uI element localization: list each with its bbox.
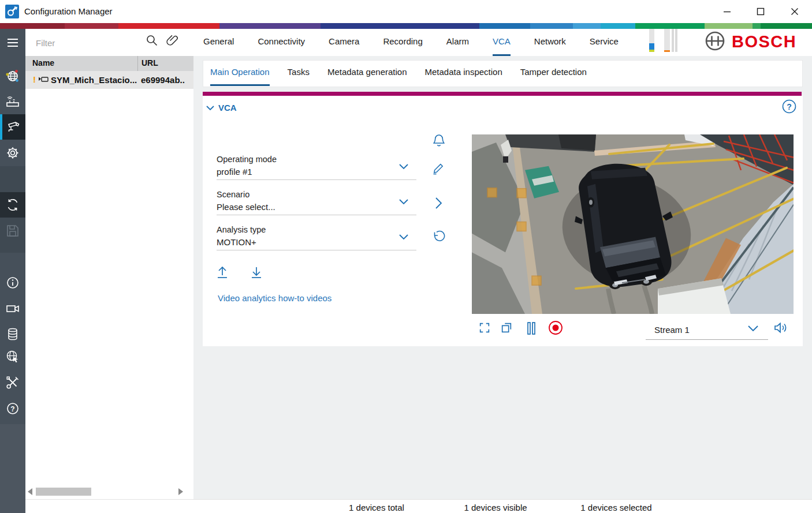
arrow-right-icon[interactable] [433,196,445,210]
tab-camera[interactable]: Camera [329,29,359,56]
vca-subtabs: Main Operation Tasks Metadata generation… [210,60,605,86]
rail-bottom-section [0,424,25,513]
scroll-left-icon[interactable] [28,488,32,495]
save-icon [0,218,25,244]
filter-input[interactable] [35,35,138,50]
duplicate-icon[interactable] [500,321,513,334]
chevron-down-icon[interactable] [398,198,409,206]
tools-icon[interactable] [0,370,25,395]
meter-bar [675,29,677,52]
field-underline [217,250,416,250]
minimize-button[interactable] [714,5,740,18]
camera-icon[interactable] [0,114,25,140]
field-underline [217,179,416,180]
network-meter [664,29,670,52]
tab-vca[interactable]: VCA [493,29,511,56]
device-camera-icon [38,76,49,84]
device-name: SYM_Mich_Estacio... [51,75,137,85]
menu-icon[interactable] [0,30,25,55]
status-devices-selected: 1 devices selected [580,503,651,512]
status-devices-visible: 1 devices visible [464,503,527,512]
status-bar [25,499,812,513]
tab-recording[interactable]: Recording [383,29,422,56]
configuration-manager-window: Configuration Manager [0,0,812,513]
subtab-metadata-generation[interactable]: Metadata generation [327,60,407,86]
status-devices-total: 1 devices total [349,503,404,512]
scenario-label: Scenario [217,190,416,199]
bosch-supergraphic-stripe [0,23,812,29]
speaker-icon[interactable] [773,320,789,335]
search-icon[interactable] [144,33,159,48]
tab-connectivity[interactable]: Connectivity [258,29,305,56]
svg-text:?: ? [10,405,14,413]
bosch-symbol-icon [705,31,725,51]
tab-service[interactable]: Service [590,29,619,56]
main-tabs: General Connectivity Camera Recording Al… [203,29,642,56]
help-icon[interactable]: ? [781,99,797,114]
field-underline [217,215,416,215]
video-preview[interactable] [472,134,794,314]
record-icon[interactable] [547,320,564,336]
device-panel [25,29,194,499]
edit-icon[interactable] [432,162,446,175]
subtab-main-operation[interactable]: Main Operation [210,60,270,86]
device-alert-icon: ! [33,74,36,84]
maximize-button[interactable] [748,5,773,18]
scenario-select[interactable]: Scenario Please select... [217,190,416,215]
horizontal-scrollbar[interactable] [36,488,91,496]
analysis-type-value: MOTION+ [217,237,416,247]
network-scan-icon[interactable] [0,63,25,89]
paperclip-icon[interactable] [165,33,180,48]
column-header-name[interactable]: Name [32,58,54,68]
tab-network[interactable]: Network [534,29,566,56]
howto-videos-link[interactable]: Video analytics how-to videos [218,293,331,303]
vca-section-title[interactable]: VCA [218,103,237,113]
gear-icon[interactable] [0,140,25,166]
tab-general[interactable]: General [203,29,234,56]
info-icon[interactable] [0,270,25,295]
subtab-metadata-inspection[interactable]: Metadata inspection [425,60,502,86]
column-header-url[interactable]: URL [141,58,158,68]
scroll-right-icon[interactable] [178,488,183,495]
scenario-value: Please select... [217,202,416,212]
device-icon[interactable] [0,89,25,114]
bell-icon[interactable] [432,133,446,149]
operating-mode-label: Operating mode [217,155,416,164]
fullscreen-icon[interactable] [478,321,491,334]
operating-mode-value: profile #1 [217,167,416,177]
stream-underline [646,339,768,340]
refresh-icon[interactable] [0,192,25,218]
device-url: e69994ab.. [141,75,185,85]
analysis-type-select[interactable]: Analysis type MOTION+ [217,225,416,250]
title-bar [0,0,812,23]
chevron-down-icon[interactable] [398,163,409,171]
web-icon[interactable] [0,344,25,369]
camcorder-icon[interactable] [0,296,25,321]
database-icon[interactable] [0,321,25,347]
help-rail-icon[interactable]: ? [0,396,25,421]
tab-alarm[interactable]: Alarm [446,29,469,56]
pause-icon[interactable] [525,321,538,335]
upload-icon[interactable] [216,265,229,279]
analysis-type-label: Analysis type [217,225,416,234]
collapse-chevron-icon[interactable] [206,104,215,111]
window-title: Configuration Manager [24,6,113,16]
undo-icon[interactable] [432,230,446,244]
meter-bar [672,29,674,52]
stream-select[interactable]: Stream 1 [654,325,690,335]
chevron-down-icon[interactable] [398,233,409,241]
bosch-wordmark: BOSCH [732,32,796,51]
stream-chevron-icon[interactable] [747,324,759,334]
magenta-accent-bar [203,92,802,96]
operating-mode-select[interactable]: Operating mode profile #1 [217,155,416,180]
subtab-tamper-detection[interactable]: Tamper detection [520,60,587,86]
subtab-tasks[interactable]: Tasks [288,60,310,86]
download-icon[interactable] [250,265,263,279]
svg-text:?: ? [787,102,792,111]
cpu-meter [649,29,654,52]
column-divider[interactable] [137,56,138,71]
app-logo-icon [5,5,19,18]
close-button[interactable] [782,5,807,18]
